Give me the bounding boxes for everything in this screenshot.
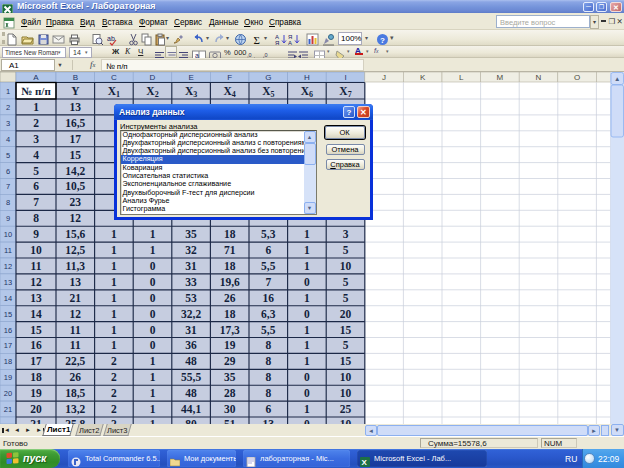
svg-text:14: 14 xyxy=(30,308,42,320)
svg-text:5,3: 5,3 xyxy=(261,228,276,240)
svg-text:10: 10 xyxy=(30,244,42,256)
svg-text:0: 0 xyxy=(150,339,156,351)
svg-text:16,5: 16,5 xyxy=(65,117,85,129)
svg-text:1: 1 xyxy=(111,324,117,336)
svg-text:36: 36 xyxy=(185,339,197,351)
svg-text:48: 48 xyxy=(185,387,197,399)
svg-text:44,1: 44,1 xyxy=(181,403,201,415)
svg-text:18: 18 xyxy=(224,308,236,320)
svg-text:4: 4 xyxy=(33,149,39,161)
svg-text:Y: Y xyxy=(71,85,80,97)
svg-text:19: 19 xyxy=(224,339,236,351)
svg-text:0: 0 xyxy=(150,308,156,320)
svg-text:J: J xyxy=(382,73,386,82)
svg-text:10,5: 10,5 xyxy=(65,180,85,192)
svg-text:N: N xyxy=(536,73,542,82)
svg-text:14,2: 14,2 xyxy=(65,165,85,177)
svg-text:19: 19 xyxy=(30,387,42,399)
svg-text:Я: Я xyxy=(275,40,279,46)
svg-text:1: 1 xyxy=(150,387,156,399)
svg-text:5: 5 xyxy=(343,339,349,351)
svg-text:4: 4 xyxy=(6,135,10,144)
svg-text:0: 0 xyxy=(150,260,156,272)
svg-text:31: 31 xyxy=(185,324,197,336)
svg-text:5: 5 xyxy=(33,165,39,177)
svg-text:K: K xyxy=(420,73,426,82)
svg-text:12: 12 xyxy=(70,308,82,320)
svg-text:18: 18 xyxy=(4,357,12,366)
svg-text:15: 15 xyxy=(30,324,42,336)
svg-text:35: 35 xyxy=(185,228,197,240)
svg-text:17: 17 xyxy=(4,341,12,350)
svg-text:20: 20 xyxy=(4,389,12,398)
svg-text:18,5: 18,5 xyxy=(65,387,85,399)
svg-text:2: 2 xyxy=(111,387,117,399)
svg-text:13: 13 xyxy=(70,276,82,288)
svg-text:8: 8 xyxy=(6,198,10,207)
svg-text:71: 71 xyxy=(224,244,236,256)
svg-text:11: 11 xyxy=(4,246,12,255)
svg-text:ab: ab xyxy=(107,35,115,42)
svg-text:1: 1 xyxy=(111,244,117,256)
svg-text:M: M xyxy=(497,73,504,82)
svg-text:1: 1 xyxy=(6,87,10,96)
svg-text:2: 2 xyxy=(111,403,117,415)
svg-text:№ п/п: № п/п xyxy=(21,85,51,97)
svg-text:32,2: 32,2 xyxy=(181,308,201,320)
svg-text:▲: ▲ xyxy=(614,75,620,82)
svg-text:15: 15 xyxy=(4,310,12,319)
svg-text:1: 1 xyxy=(111,292,117,304)
svg-text:15,6: 15,6 xyxy=(65,228,85,240)
svg-text:0: 0 xyxy=(304,308,310,320)
svg-text:G: G xyxy=(265,73,271,82)
svg-text:1: 1 xyxy=(304,244,310,256)
svg-text:1: 1 xyxy=(33,101,39,113)
svg-text:1: 1 xyxy=(111,308,117,320)
svg-text:9: 9 xyxy=(33,228,39,240)
svg-text:14: 14 xyxy=(4,294,12,303)
svg-text:0: 0 xyxy=(304,371,310,383)
svg-text:21: 21 xyxy=(70,292,82,304)
svg-text:1: 1 xyxy=(304,324,310,336)
svg-text:10: 10 xyxy=(340,260,352,272)
svg-text:8: 8 xyxy=(265,371,271,383)
svg-text:I: I xyxy=(344,73,346,82)
svg-text:1: 1 xyxy=(111,260,117,272)
svg-text:6: 6 xyxy=(6,167,10,176)
svg-text:8: 8 xyxy=(33,212,39,224)
svg-text:Σ: Σ xyxy=(254,33,260,45)
svg-text:17,3: 17,3 xyxy=(220,324,240,336)
svg-text:6: 6 xyxy=(265,244,271,256)
svg-text:15: 15 xyxy=(340,355,352,367)
svg-text:31: 31 xyxy=(185,260,197,272)
svg-text:O: O xyxy=(574,73,580,82)
svg-text:33: 33 xyxy=(185,276,197,288)
svg-text:26: 26 xyxy=(224,292,236,304)
svg-text:55,5: 55,5 xyxy=(181,371,201,383)
svg-text:8: 8 xyxy=(265,339,271,351)
svg-text:10: 10 xyxy=(340,371,352,383)
svg-text:0: 0 xyxy=(304,276,310,288)
svg-text:1: 1 xyxy=(304,339,310,351)
svg-text:C: C xyxy=(111,73,117,82)
svg-text:12,5: 12,5 xyxy=(65,244,85,256)
svg-text:26: 26 xyxy=(70,371,82,383)
svg-text:13: 13 xyxy=(4,278,12,287)
svg-text:16: 16 xyxy=(30,339,42,351)
svg-text:А: А xyxy=(288,40,292,46)
svg-text:5: 5 xyxy=(6,151,10,160)
svg-text:1: 1 xyxy=(150,228,156,240)
svg-text:11,3: 11,3 xyxy=(66,260,86,272)
svg-text:11: 11 xyxy=(31,260,42,272)
svg-text:B: B xyxy=(73,73,78,82)
svg-text:13,2: 13,2 xyxy=(65,403,85,415)
svg-text:1: 1 xyxy=(150,244,156,256)
svg-text:11: 11 xyxy=(70,324,81,336)
svg-text:1: 1 xyxy=(111,276,117,288)
svg-text:13: 13 xyxy=(30,292,42,304)
svg-text:18: 18 xyxy=(30,371,42,383)
svg-text:7: 7 xyxy=(265,276,271,288)
svg-text:2: 2 xyxy=(6,103,10,112)
svg-text:D: D xyxy=(150,73,156,82)
svg-text:18: 18 xyxy=(224,228,236,240)
